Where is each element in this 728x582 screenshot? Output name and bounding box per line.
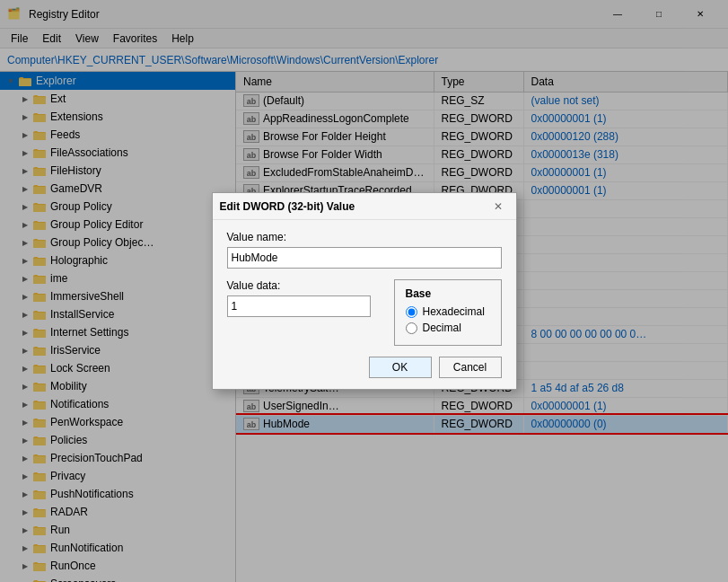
value-data-input[interactable] bbox=[227, 295, 371, 317]
dialog-title: Edit DWORD (32-bit) Value bbox=[220, 200, 487, 213]
value-data-row: Value data: Base Hexadecimal Decimal bbox=[227, 279, 502, 346]
decimal-radio[interactable] bbox=[406, 322, 417, 334]
base-group: Base Hexadecimal Decimal bbox=[394, 279, 502, 346]
dialog-overlay: Edit DWORD (32-bit) Value ✕ Value name: … bbox=[0, 0, 728, 582]
base-title: Base bbox=[406, 287, 490, 300]
dec-radio-row: Decimal bbox=[406, 322, 490, 334]
value-data-label: Value data: bbox=[227, 279, 383, 292]
dec-label: Decimal bbox=[423, 322, 461, 334]
value-name-label: Value name: bbox=[227, 231, 502, 243]
dialog-buttons: OK Cancel bbox=[227, 357, 502, 378]
hexadecimal-radio[interactable] bbox=[406, 306, 417, 318]
dialog-body: Value name: Value data: Base Hexadecimal… bbox=[213, 220, 516, 389]
value-name-input[interactable] bbox=[227, 247, 502, 269]
hex-label: Hexadecimal bbox=[423, 305, 485, 318]
dialog-title-bar: Edit DWORD (32-bit) Value ✕ bbox=[213, 193, 516, 220]
edit-dword-dialog: Edit DWORD (32-bit) Value ✕ Value name: … bbox=[212, 192, 517, 390]
ok-button[interactable]: OK bbox=[369, 357, 432, 378]
hex-radio-row: Hexadecimal bbox=[406, 305, 490, 318]
cancel-button[interactable]: Cancel bbox=[439, 357, 502, 378]
dialog-close-button[interactable]: ✕ bbox=[487, 196, 509, 217]
